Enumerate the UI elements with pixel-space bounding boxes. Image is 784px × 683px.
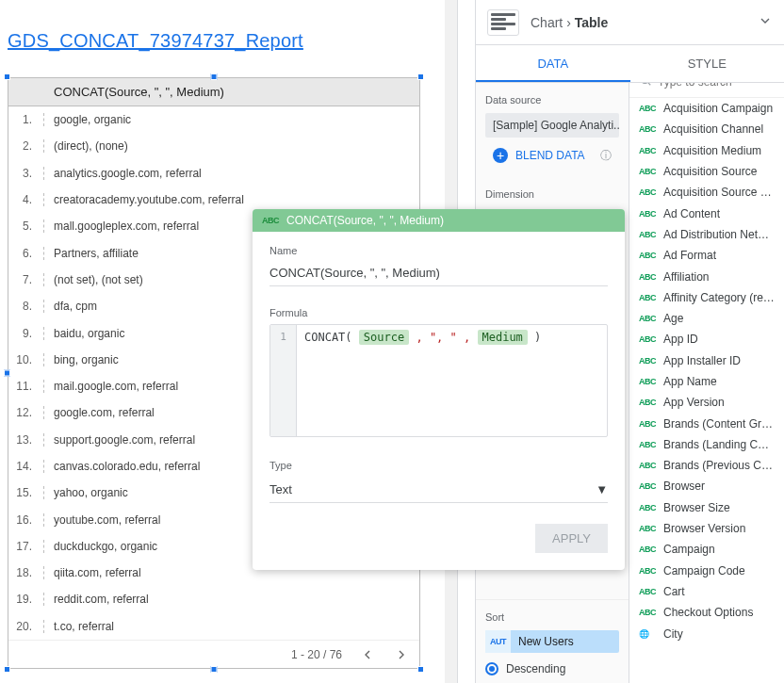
available-field[interactable]: ABCAcquisition Campaign	[629, 98, 784, 119]
abc-type-icon: ABC	[639, 146, 656, 155]
field-label: City	[663, 627, 683, 641]
field-label: Acquisition Source / ...	[663, 186, 775, 199]
field-label: Cart	[663, 585, 685, 598]
prev-page-icon[interactable]	[359, 646, 376, 663]
breadcrumb-chart[interactable]: Chart	[531, 15, 563, 30]
abc-type-icon: ABC	[639, 356, 656, 366]
table-row[interactable]: 2.(direct), (none)	[8, 133, 419, 159]
collapse-panel-icon[interactable]	[758, 13, 773, 31]
available-field[interactable]: ABCCart	[629, 581, 784, 602]
field-chip-source[interactable]: Source	[359, 330, 409, 345]
available-field[interactable]: ABCAge	[629, 308, 784, 329]
field-label: App Version	[663, 396, 725, 409]
field-label: Browser Size	[663, 501, 730, 514]
available-field[interactable]: ABCAd Format	[629, 245, 784, 266]
available-field[interactable]: ABCAcquisition Medium	[629, 140, 784, 161]
abc-type-icon: ABC	[639, 587, 656, 596]
row-number: 9.	[8, 327, 44, 340]
available-field[interactable]: ABCAcquisition Channel	[629, 119, 784, 139]
data-source-chip[interactable]: [Sample] Google Analyti...	[485, 113, 619, 138]
tab-data[interactable]: DATA	[476, 45, 630, 82]
field-name-input[interactable]	[270, 262, 608, 286]
row-number: 11.	[8, 380, 44, 393]
column-header[interactable]: CONCAT(Source, ", ", Medium)	[44, 85, 419, 99]
available-field[interactable]: ABCAcquisition Source	[629, 161, 784, 182]
available-field[interactable]: ABCAd Content	[629, 203, 784, 223]
row-number: 8.	[8, 300, 44, 313]
row-number: 18.	[8, 566, 44, 579]
table-pagination: 1 - 20 / 76	[8, 640, 419, 668]
tab-style[interactable]: STYLE	[630, 45, 785, 82]
table-chart-icon[interactable]	[487, 9, 519, 36]
available-field[interactable]: ABCApp ID	[629, 329, 784, 350]
available-field[interactable]: ABCApp Version	[629, 392, 784, 413]
available-field[interactable]: ABCCheckout Options	[629, 602, 784, 623]
sort-heading: Sort	[485, 611, 619, 623]
field-label: Acquisition Campaign	[663, 102, 773, 115]
field-label: Brands (Landing Cont...	[663, 438, 775, 451]
row-value: reddit.com, referral	[44, 593, 419, 606]
field-label: Brands (Previous Con...	[663, 459, 775, 472]
abc-type-icon: ABC	[639, 545, 656, 554]
line-number: 1	[280, 331, 286, 343]
abc-type-icon: ABC	[639, 124, 656, 134]
next-page-icon[interactable]	[393, 646, 410, 663]
field-label: Affiliation	[663, 270, 709, 284]
fields-pane: Available Fields ABCAcquisition Campaign…	[629, 0, 784, 683]
abc-type-icon: ABC	[639, 209, 656, 219]
field-label: Browser	[663, 480, 705, 493]
table-row[interactable]: 3.analytics.google.com, referral	[8, 160, 419, 187]
available-field[interactable]: ABCBrands (Previous Con...	[629, 455, 784, 476]
row-value: analytics.google.com, referral	[44, 167, 419, 180]
table-row[interactable]: 19.reddit.com, referral	[8, 586, 419, 612]
available-field[interactable]: ABCBrowser	[629, 476, 784, 496]
table-row[interactable]: 20.t.co, referral	[8, 613, 419, 640]
available-field[interactable]: ABCBrowser Size	[629, 497, 784, 518]
row-number: 5.	[8, 220, 44, 233]
abc-type-icon: ABC	[639, 251, 656, 260]
available-field[interactable]: ABCApp Installer ID	[629, 350, 784, 371]
field-chip-medium[interactable]: Medium	[478, 330, 528, 345]
abc-type-icon: ABC	[639, 440, 656, 449]
available-field[interactable]: ABCAd Distribution Netwo...	[629, 224, 784, 245]
available-field[interactable]: ABCBrands (Content Group)	[629, 413, 784, 433]
dimension-heading: Dimension	[485, 188, 619, 200]
available-field[interactable]: ABCBrands (Landing Cont...	[629, 434, 784, 455]
row-number: 20.	[8, 620, 44, 633]
abc-type-icon: ABC	[639, 187, 656, 197]
name-label: Name	[270, 245, 608, 256]
formula-code-editor[interactable]: 1 CONCAT( Source , ", " , Medium )	[270, 324, 608, 437]
apply-button[interactable]: APPLY	[535, 524, 608, 553]
abc-type-icon: ABC	[639, 230, 656, 239]
table-row[interactable]: 1.google, organic	[8, 106, 419, 133]
row-number: 12.	[8, 406, 44, 419]
field-label: Campaign	[663, 543, 715, 556]
sort-field-chip[interactable]: AUT New Users	[485, 630, 619, 653]
available-field[interactable]: ABCAcquisition Source / ...	[629, 182, 784, 203]
available-field[interactable]: ABCCampaign Code	[629, 561, 784, 581]
field-label: Affinity Category (reac...	[663, 291, 775, 304]
available-field[interactable]: ABCCampaign	[629, 539, 784, 560]
abc-type-icon: ABC	[639, 481, 656, 491]
available-field[interactable]: ABCApp Name	[629, 371, 784, 392]
report-title[interactable]: GDS_CONCAT_73974737_Report	[8, 30, 303, 52]
field-label: Acquisition Medium	[663, 144, 761, 157]
row-number: 6.	[8, 247, 44, 260]
abc-type-icon: ABC	[639, 272, 656, 282]
row-number: 13.	[8, 433, 44, 447]
formula-editor-title: CONCAT(Source, ", ", Medium)	[286, 214, 444, 227]
help-icon[interactable]: ⓘ	[600, 148, 612, 164]
config-tabs: DATA STYLE	[476, 45, 784, 83]
type-select[interactable]: Text ▼	[270, 477, 608, 503]
sort-descending-radio[interactable]: Descending	[485, 659, 619, 679]
blend-data-button[interactable]: + BLEND DATA ⓘ	[485, 143, 619, 168]
abc-type-icon: ABC	[639, 293, 656, 302]
type-label: Type	[270, 460, 608, 471]
available-field[interactable]: ABCBrowser Version	[629, 518, 784, 539]
available-field[interactable]: ABCAffinity Category (reac...	[629, 287, 784, 308]
field-label: Checkout Options	[663, 606, 753, 619]
available-field[interactable]: 🌐City	[629, 623, 784, 643]
abc-type-icon: ABC	[639, 419, 656, 429]
field-label: Acquisition Channel	[663, 122, 763, 136]
available-field[interactable]: ABCAffiliation	[629, 266, 784, 286]
